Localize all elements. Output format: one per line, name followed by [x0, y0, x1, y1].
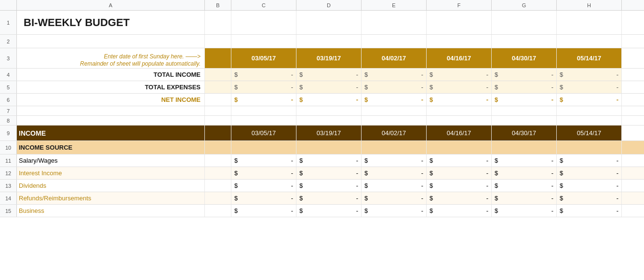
cell-12-d3[interactable]: $-: [362, 167, 427, 179]
cell-6-label: NET INCOME: [17, 94, 205, 106]
cell-14-d1[interactable]: $-: [231, 192, 296, 204]
cell-2-g: [427, 35, 492, 48]
row-11: 11 Salary/Wages $- $- $- $- $- $-: [0, 154, 644, 167]
row-num-3: 3: [0, 48, 17, 68]
dash-4-h: -: [551, 71, 553, 78]
cell-11-d2[interactable]: $-: [296, 154, 362, 167]
cell-6-d5[interactable]: $-: [492, 94, 557, 106]
cell-14-d4[interactable]: $-: [427, 192, 492, 204]
cell-14-d6[interactable]: $-: [557, 192, 622, 204]
cell-12-d4[interactable]: $-: [427, 167, 492, 179]
cell-12-d5[interactable]: $-: [492, 167, 557, 179]
cell-13-d2[interactable]: $-: [296, 180, 362, 192]
cell-3-date5[interactable]: 04/30/17: [492, 48, 557, 68]
cell-12-d6[interactable]: $-: [557, 167, 622, 179]
cell-12-d2[interactable]: $-: [296, 167, 362, 179]
cell-2-e: [296, 35, 362, 48]
cell-2-f: [362, 35, 427, 48]
cell-11-d4[interactable]: $-: [427, 154, 492, 167]
cell-6-d1[interactable]: $-: [231, 94, 296, 106]
cell-1-c: [205, 11, 231, 34]
col-header-b: B: [205, 0, 231, 10]
cell-6-c[interactable]: [205, 94, 231, 106]
spreadsheet-title: BI-WEEKLY BUDGET: [19, 16, 130, 29]
cell-11-d5[interactable]: $-: [492, 154, 557, 167]
cell-3-date3[interactable]: 04/02/17: [362, 48, 427, 68]
row-12: 12 Interest Income $- $- $- $- $- $-: [0, 167, 644, 180]
cell-1-b[interactable]: BI-WEEKLY BUDGET: [17, 11, 205, 34]
cell-3-date1[interactable]: 03/05/17: [231, 48, 296, 68]
row-num-5: 5: [0, 81, 17, 93]
row-num-13: 13: [0, 180, 17, 192]
cell-13-d6[interactable]: $-: [557, 180, 622, 192]
cell-5-d4[interactable]: $-: [427, 81, 492, 93]
cell-12-d1[interactable]: $-: [231, 167, 296, 179]
cell-6-d6[interactable]: $-: [557, 94, 622, 106]
cell-1-g: [427, 11, 492, 34]
cell-14-d3[interactable]: $-: [362, 192, 427, 204]
cell-9-income: INCOME: [17, 126, 205, 140]
cell-9-date6: 05/14/17: [557, 126, 622, 140]
cell-1-i: [557, 11, 622, 34]
cell-13-d5[interactable]: $-: [492, 180, 557, 192]
cell-11-d3[interactable]: $-: [362, 154, 427, 167]
cell-5-d2[interactable]: $-: [296, 81, 362, 93]
cell-3-c[interactable]: [205, 48, 231, 68]
cell-15-d1[interactable]: $-: [231, 205, 296, 217]
cell-9-date3: 04/02/17: [362, 126, 427, 140]
cell-9-date1: 03/05/17: [231, 126, 296, 140]
cell-14-d5[interactable]: $-: [492, 192, 557, 204]
cell-1-h: [492, 11, 557, 34]
cell-11-d1[interactable]: $-: [231, 154, 296, 167]
cell-13-d4[interactable]: $-: [427, 180, 492, 192]
cell-15-d3[interactable]: $-: [362, 205, 427, 217]
cell-4-d3[interactable]: $-: [362, 69, 427, 81]
cell-3-date6[interactable]: 05/14/17: [557, 48, 622, 68]
col-header-f: F: [427, 0, 492, 10]
cell-9-date5: 04/30/17: [492, 126, 557, 140]
row-num-4: 4: [0, 69, 17, 81]
col-header-a: A: [17, 0, 205, 10]
cell-15-d4[interactable]: $-: [427, 205, 492, 217]
row-num-7: 7: [0, 106, 17, 115]
cell-5-d1[interactable]: $-: [231, 81, 296, 93]
row-9: 9 INCOME 03/05/17 03/19/17 04/02/17 04/1…: [0, 126, 644, 141]
col-header-g: G: [492, 0, 557, 10]
cell-15-d2[interactable]: $-: [296, 205, 362, 217]
cell-3-date2[interactable]: 03/19/17: [296, 48, 362, 68]
cell-4-label: TOTAL INCOME: [17, 69, 205, 81]
row-num-9: 9: [0, 126, 17, 140]
cell-6-d3[interactable]: $-: [362, 94, 427, 106]
cell-14-d2[interactable]: $-: [296, 192, 362, 204]
cell-5-c[interactable]: [205, 81, 231, 93]
cell-6-d4[interactable]: $-: [427, 94, 492, 106]
row-num-12: 12: [0, 167, 17, 179]
cell-3-date4[interactable]: 04/16/17: [427, 48, 492, 68]
cell-4-d5[interactable]: $-: [492, 69, 557, 81]
cell-13-d1[interactable]: $-: [231, 180, 296, 192]
cell-5-d5[interactable]: $-: [492, 81, 557, 93]
cell-4-c[interactable]: [205, 69, 231, 81]
cell-13-label: Dividends: [17, 180, 205, 192]
cell-15-d5[interactable]: $-: [492, 205, 557, 217]
cell-6-d2[interactable]: $-: [296, 94, 362, 106]
cell-4-d4[interactable]: $-: [427, 69, 492, 81]
cell-2-d: [231, 35, 296, 48]
cell-5-d3[interactable]: $-: [362, 81, 427, 93]
dollar-4-g: $: [429, 71, 433, 78]
dash-4-f: -: [421, 71, 423, 78]
row-num-6: 6: [0, 94, 17, 106]
cell-11-label: Salary/Wages: [17, 154, 205, 167]
col-header-e: E: [362, 0, 427, 10]
row-num-1: 1: [0, 11, 17, 34]
row-8: 8: [0, 116, 644, 126]
cell-4-d2[interactable]: $-: [296, 69, 362, 81]
cell-13-d3[interactable]: $-: [362, 180, 427, 192]
row-num-10: 10: [0, 141, 17, 154]
col-header-h: H: [557, 0, 622, 10]
cell-4-d1[interactable]: $-: [231, 69, 296, 81]
cell-5-d6[interactable]: $-: [557, 81, 622, 93]
cell-11-d6[interactable]: $-: [557, 154, 622, 167]
cell-4-d6[interactable]: $-: [557, 69, 622, 81]
cell-15-d6[interactable]: $-: [557, 205, 622, 217]
